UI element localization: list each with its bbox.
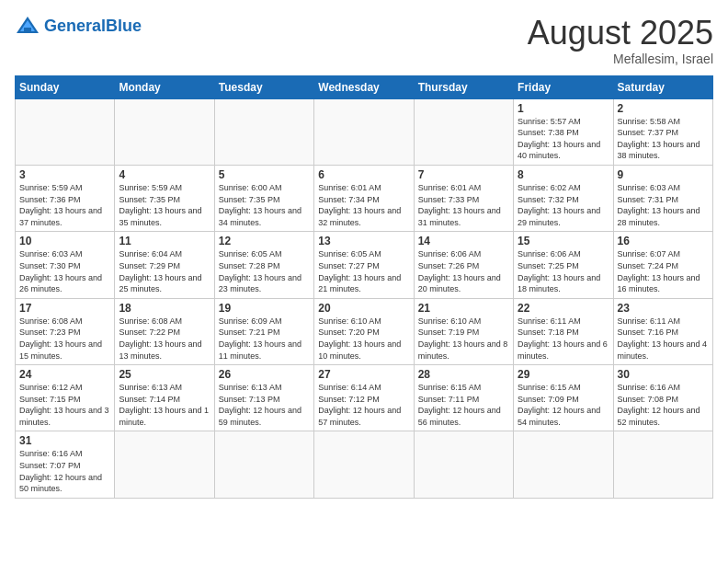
calendar-row: 10Sunrise: 6:03 AMSunset: 7:30 PMDayligh… xyxy=(16,232,713,298)
day-info: Sunrise: 6:10 AMSunset: 7:20 PMDaylight:… xyxy=(318,316,401,361)
header-monday: Monday xyxy=(115,75,214,98)
calendar-table: Sunday Monday Tuesday Wednesday Thursday… xyxy=(15,75,713,499)
day-info: Sunrise: 6:07 AMSunset: 7:24 PMDaylight:… xyxy=(618,249,700,293)
calendar-title: August 2025 xyxy=(528,15,713,52)
table-row: 31Sunrise: 6:16 AMSunset: 7:07 PMDayligh… xyxy=(16,431,115,498)
day-number: 20 xyxy=(318,302,409,315)
table-row: 19Sunrise: 6:09 AMSunset: 7:21 PMDayligh… xyxy=(214,298,313,364)
day-info: Sunrise: 6:06 AMSunset: 7:26 PMDaylight:… xyxy=(418,249,501,293)
table-row: 7Sunrise: 6:01 AMSunset: 7:33 PMDaylight… xyxy=(414,165,513,231)
table-row: 29Sunrise: 6:15 AMSunset: 7:09 PMDayligh… xyxy=(514,365,613,431)
logo-text: GeneralBlue xyxy=(44,17,142,35)
table-row: 4Sunrise: 5:59 AMSunset: 7:35 PMDaylight… xyxy=(115,165,214,231)
day-info: Sunrise: 6:05 AMSunset: 7:27 PMDaylight:… xyxy=(318,249,401,293)
day-info: Sunrise: 6:00 AMSunset: 7:35 PMDaylight:… xyxy=(219,183,301,227)
day-info: Sunrise: 6:14 AMSunset: 7:12 PMDaylight:… xyxy=(318,383,401,427)
day-info: Sunrise: 6:04 AMSunset: 7:29 PMDaylight:… xyxy=(119,249,201,293)
table-row: 10Sunrise: 6:03 AMSunset: 7:30 PMDayligh… xyxy=(16,232,115,298)
day-number: 16 xyxy=(618,235,709,247)
table-row: 6Sunrise: 6:01 AMSunset: 7:34 PMDaylight… xyxy=(314,165,414,231)
table-row xyxy=(314,431,414,498)
day-info: Sunrise: 6:08 AMSunset: 7:22 PMDaylight:… xyxy=(119,316,201,361)
weekday-header-row: Sunday Monday Tuesday Wednesday Thursday… xyxy=(16,75,713,98)
calendar-row: 24Sunrise: 6:12 AMSunset: 7:15 PMDayligh… xyxy=(16,365,713,431)
day-info: Sunrise: 6:13 AMSunset: 7:14 PMDaylight:… xyxy=(119,383,209,427)
calendar-row: 17Sunrise: 6:08 AMSunset: 7:23 PMDayligh… xyxy=(16,298,713,364)
table-row xyxy=(214,431,313,498)
table-row xyxy=(314,98,414,165)
table-row: 23Sunrise: 6:11 AMSunset: 7:16 PMDayligh… xyxy=(613,298,712,364)
day-number: 11 xyxy=(119,235,210,247)
table-row xyxy=(414,98,513,165)
table-row xyxy=(514,431,613,498)
table-row: 27Sunrise: 6:14 AMSunset: 7:12 PMDayligh… xyxy=(314,365,414,431)
table-row xyxy=(613,431,712,498)
svg-rect-2 xyxy=(24,28,31,33)
header-tuesday: Tuesday xyxy=(214,75,313,98)
header-thursday: Thursday xyxy=(414,75,513,98)
day-info: Sunrise: 6:10 AMSunset: 7:19 PMDaylight:… xyxy=(418,316,508,361)
day-number: 1 xyxy=(518,102,609,115)
header-friday: Friday xyxy=(514,75,613,98)
header-sunday: Sunday xyxy=(16,75,115,98)
day-number: 13 xyxy=(318,235,409,247)
day-info: Sunrise: 5:59 AMSunset: 7:36 PMDaylight:… xyxy=(19,183,102,227)
day-number: 10 xyxy=(19,235,110,247)
table-row: 11Sunrise: 6:04 AMSunset: 7:29 PMDayligh… xyxy=(115,232,214,298)
table-row xyxy=(16,98,115,165)
calendar-page: GeneralBlue August 2025 Mefallesim, Isra… xyxy=(0,0,728,563)
day-number: 3 xyxy=(19,168,110,181)
table-row: 13Sunrise: 6:05 AMSunset: 7:27 PMDayligh… xyxy=(314,232,414,298)
header: GeneralBlue August 2025 Mefallesim, Isra… xyxy=(15,15,713,66)
header-wednesday: Wednesday xyxy=(314,75,414,98)
table-row: 28Sunrise: 6:15 AMSunset: 7:11 PMDayligh… xyxy=(414,365,513,431)
day-number: 24 xyxy=(19,368,110,381)
day-number: 21 xyxy=(418,302,509,315)
day-info: Sunrise: 5:58 AMSunset: 7:37 PMDaylight:… xyxy=(618,117,700,161)
table-row: 24Sunrise: 6:12 AMSunset: 7:15 PMDayligh… xyxy=(16,365,115,431)
table-row xyxy=(115,431,214,498)
day-info: Sunrise: 6:03 AMSunset: 7:31 PMDaylight:… xyxy=(618,183,700,227)
day-info: Sunrise: 6:11 AMSunset: 7:18 PMDaylight:… xyxy=(518,316,608,361)
day-info: Sunrise: 5:59 AMSunset: 7:35 PMDaylight:… xyxy=(119,183,201,227)
day-number: 12 xyxy=(219,235,310,247)
table-row: 25Sunrise: 6:13 AMSunset: 7:14 PMDayligh… xyxy=(115,365,214,431)
day-info: Sunrise: 6:15 AMSunset: 7:09 PMDaylight:… xyxy=(518,383,600,427)
day-info: Sunrise: 6:11 AMSunset: 7:16 PMDaylight:… xyxy=(618,316,708,361)
day-number: 29 xyxy=(518,368,609,381)
day-number: 14 xyxy=(418,235,509,247)
day-info: Sunrise: 6:16 AMSunset: 7:07 PMDaylight:… xyxy=(19,449,102,493)
day-number: 8 xyxy=(518,168,609,181)
table-row: 20Sunrise: 6:10 AMSunset: 7:20 PMDayligh… xyxy=(314,298,414,364)
day-info: Sunrise: 5:57 AMSunset: 7:38 PMDaylight:… xyxy=(518,117,600,161)
day-number: 26 xyxy=(219,368,310,381)
day-info: Sunrise: 6:16 AMSunset: 7:08 PMDaylight:… xyxy=(618,383,700,427)
day-info: Sunrise: 6:13 AMSunset: 7:13 PMDaylight:… xyxy=(219,383,301,427)
table-row: 15Sunrise: 6:06 AMSunset: 7:25 PMDayligh… xyxy=(514,232,613,298)
day-number: 19 xyxy=(219,302,310,315)
table-row xyxy=(214,98,313,165)
table-row: 1Sunrise: 5:57 AMSunset: 7:38 PMDaylight… xyxy=(514,98,613,165)
table-row: 26Sunrise: 6:13 AMSunset: 7:13 PMDayligh… xyxy=(214,365,313,431)
day-number: 25 xyxy=(119,368,210,381)
calendar-subtitle: Mefallesim, Israel xyxy=(528,52,713,66)
day-info: Sunrise: 6:05 AMSunset: 7:28 PMDaylight:… xyxy=(219,249,301,293)
day-number: 4 xyxy=(119,168,210,181)
day-number: 23 xyxy=(618,302,709,315)
table-row: 9Sunrise: 6:03 AMSunset: 7:31 PMDaylight… xyxy=(613,165,712,231)
table-row xyxy=(115,98,214,165)
day-number: 18 xyxy=(119,302,210,315)
day-number: 17 xyxy=(19,302,110,315)
day-number: 7 xyxy=(418,168,509,181)
calendar-row: 31Sunrise: 6:16 AMSunset: 7:07 PMDayligh… xyxy=(16,431,713,498)
day-info: Sunrise: 6:01 AMSunset: 7:34 PMDaylight:… xyxy=(318,183,401,227)
table-row: 3Sunrise: 5:59 AMSunset: 7:36 PMDaylight… xyxy=(16,165,115,231)
table-row: 8Sunrise: 6:02 AMSunset: 7:32 PMDaylight… xyxy=(514,165,613,231)
table-row: 17Sunrise: 6:08 AMSunset: 7:23 PMDayligh… xyxy=(16,298,115,364)
day-info: Sunrise: 6:09 AMSunset: 7:21 PMDaylight:… xyxy=(219,316,301,361)
table-row: 12Sunrise: 6:05 AMSunset: 7:28 PMDayligh… xyxy=(214,232,313,298)
table-row: 22Sunrise: 6:11 AMSunset: 7:18 PMDayligh… xyxy=(514,298,613,364)
table-row: 18Sunrise: 6:08 AMSunset: 7:22 PMDayligh… xyxy=(115,298,214,364)
day-info: Sunrise: 6:08 AMSunset: 7:23 PMDaylight:… xyxy=(19,316,102,361)
logo: GeneralBlue xyxy=(15,15,142,37)
